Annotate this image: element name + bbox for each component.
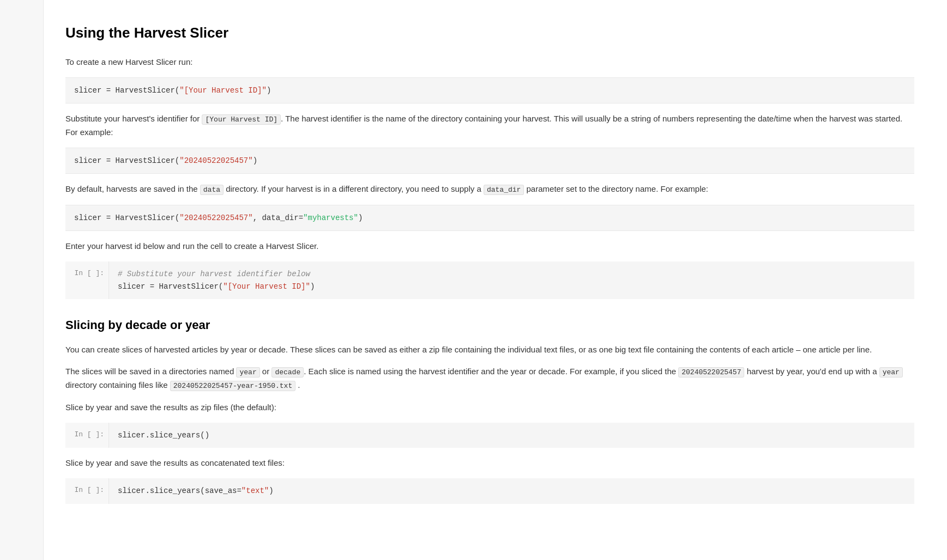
- para-2: By default, harvests are saved in the da…: [65, 182, 914, 196]
- page-container: Using the Harvest Slicer To create a new…: [0, 0, 947, 560]
- cell-1-comment: # Substitute your harvest identifier bel…: [118, 268, 906, 280]
- cell-1-code[interactable]: # Substitute your harvest identifier bel…: [109, 261, 914, 299]
- cell-2-fn: slicer.slice_years(): [118, 431, 209, 440]
- code-block-3: slicer = HarvestSlicer("20240522025457",…: [65, 205, 914, 231]
- cell-3-str: "text": [242, 486, 269, 495]
- inline-code-decade: decade: [272, 367, 304, 378]
- page-title: Using the Harvest Slicer: [65, 22, 914, 45]
- section2-para3: Slice by year and save the results as zi…: [65, 401, 914, 414]
- para-1: Substitute your harvest's identifier for…: [65, 112, 914, 139]
- section-2: Slicing by decade or year You can create…: [65, 315, 914, 414]
- section-2-title: Slicing by decade or year: [65, 315, 914, 334]
- section2-para1: You can create slices of harvested artic…: [65, 343, 914, 356]
- cell-3-code[interactable]: slicer.slice_years(save_as="text"): [109, 478, 914, 503]
- cell-3-row: In [ ]: slicer.slice_years(save_as="text…: [65, 478, 914, 503]
- inline-code-data: data: [200, 185, 224, 195]
- intro-text: To create a new Harvest Slicer run:: [65, 57, 192, 66]
- inline-code-file-example: 20240522025457-year-1950.txt: [170, 381, 295, 391]
- code-var: slicer = HarvestSlicer(: [74, 86, 179, 95]
- code-str-3a: "20240522025457": [179, 214, 252, 222]
- cell-3-label: In [ ]:: [65, 478, 109, 503]
- cell-1-row: In [ ]: # Substitute your harvest identi…: [65, 261, 914, 299]
- code-paren-2: ): [253, 156, 257, 165]
- code-comma: , data_dir=: [253, 214, 303, 222]
- cell-2-label: In [ ]:: [65, 423, 109, 448]
- code-str-1: "[Your Harvest ID]": [179, 86, 267, 95]
- section2-para2: The slices will be saved in a directorie…: [65, 365, 914, 392]
- code-block-1: slicer = HarvestSlicer("[Your Harvest ID…: [65, 77, 914, 104]
- cell-3-pre: slicer.slice_years(save_as=: [118, 486, 242, 495]
- inline-code-year: year: [236, 367, 260, 378]
- section2-para4: Slice by year and save the results as co…: [65, 456, 914, 470]
- cell-2-row: In [ ]: slicer.slice_years(): [65, 423, 914, 448]
- code-var-3: slicer = HarvestSlicer(: [74, 214, 179, 222]
- cell-2-code[interactable]: slicer.slice_years(): [109, 423, 914, 448]
- code-paren-1: ): [267, 86, 271, 95]
- code-paren-3: ): [358, 214, 363, 222]
- intro-paragraph: To create a new Harvest Slicer run:: [65, 56, 914, 69]
- inline-code-data-dir: data_dir: [484, 185, 524, 195]
- code-str-2: "20240522025457": [179, 156, 252, 165]
- left-gutter: [0, 0, 44, 560]
- para-3: Enter your harvest id below and run the …: [65, 240, 914, 253]
- cell-1-label: In [ ]:: [65, 261, 109, 299]
- main-content: Using the Harvest Slicer To create a new…: [44, 0, 947, 560]
- inline-code-harvest-id-example: 20240522025457: [678, 367, 744, 378]
- code-str-3b: "myharvests": [303, 214, 358, 222]
- code-var-2: slicer = HarvestSlicer(: [74, 156, 179, 165]
- inline-code-harvest-id: [Your Harvest ID]: [202, 114, 281, 125]
- cell-1-main: slicer = HarvestSlicer("[Your Harvest ID…: [118, 281, 906, 293]
- inline-code-year-2: year: [879, 367, 903, 378]
- code-block-2: slicer = HarvestSlicer("20240522025457"): [65, 148, 914, 174]
- cell-3-end: ): [269, 486, 273, 495]
